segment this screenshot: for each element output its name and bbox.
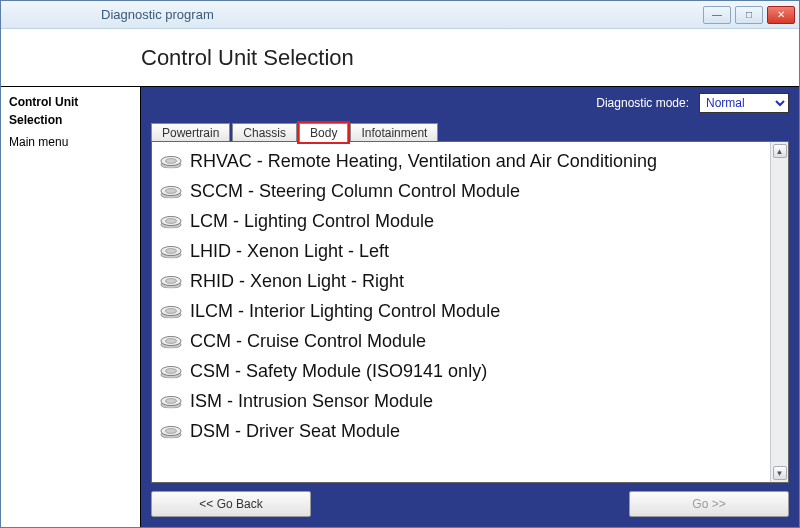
list-item-label: SCCM - Steering Column Control Module <box>190 181 520 202</box>
chip-icon <box>160 153 182 169</box>
list-item-label: DSM - Driver Seat Module <box>190 421 400 442</box>
list-item-label: ILCM - Interior Lighting Control Module <box>190 301 500 322</box>
chip-icon <box>160 423 182 439</box>
go-back-button[interactable]: << Go Back <box>151 491 311 517</box>
list-item[interactable]: SCCM - Steering Column Control Module <box>156 176 766 206</box>
app-window: Diagnostic program — □ ✕ Control Unit Se… <box>0 0 800 528</box>
chip-icon <box>160 303 182 319</box>
maximize-button[interactable]: □ <box>735 6 763 24</box>
scrollbar[interactable]: ▲ ▼ <box>770 142 788 482</box>
main-panel: Diagnostic mode: Normal Powertrain Chass… <box>141 87 799 527</box>
content-wrap: Powertrain Chassis Body Infotainment RHV… <box>141 119 799 483</box>
list-item-label: LCM - Lighting Control Module <box>190 211 434 232</box>
chip-icon <box>160 393 182 409</box>
tab-powertrain[interactable]: Powertrain <box>151 123 230 142</box>
list-item-label: RHVAC - Remote Heating, Ventilation and … <box>190 151 657 172</box>
list-item-label: CSM - Safety Module (ISO9141 only) <box>190 361 487 382</box>
scroll-down-button[interactable]: ▼ <box>773 466 787 480</box>
diagnostic-mode-select[interactable]: Normal <box>699 93 789 113</box>
sidebar: Control Unit Selection Main menu <box>1 87 141 527</box>
chip-icon <box>160 183 182 199</box>
chip-icon <box>160 333 182 349</box>
tab-body[interactable]: Body <box>299 123 348 142</box>
chip-icon <box>160 363 182 379</box>
go-button[interactable]: Go >> <box>629 491 789 517</box>
minimize-button[interactable]: — <box>703 6 731 24</box>
list-item[interactable]: CCM - Cruise Control Module <box>156 326 766 356</box>
list-item-label: LHID - Xenon Light - Left <box>190 241 389 262</box>
titlebar: Diagnostic program — □ ✕ <box>1 1 799 29</box>
bottom-bar: << Go Back Go >> <box>141 483 799 527</box>
list-item-label: CCM - Cruise Control Module <box>190 331 426 352</box>
close-button[interactable]: ✕ <box>767 6 795 24</box>
scroll-up-button[interactable]: ▲ <box>773 144 787 158</box>
list-item-label: ISM - Intrusion Sensor Module <box>190 391 433 412</box>
sidebar-item-main-menu[interactable]: Main menu <box>9 133 132 151</box>
tab-infotainment[interactable]: Infotainment <box>350 123 438 142</box>
diagnostic-mode-row: Diagnostic mode: Normal <box>141 87 799 119</box>
diagnostic-mode-label: Diagnostic mode: <box>596 96 689 110</box>
tabstrip: Powertrain Chassis Body Infotainment <box>151 119 789 141</box>
list-item[interactable]: ISM - Intrusion Sensor Module <box>156 386 766 416</box>
list-item[interactable]: ILCM - Interior Lighting Control Module <box>156 296 766 326</box>
list-item[interactable]: RHID - Xenon Light - Right <box>156 266 766 296</box>
list-item-label: RHID - Xenon Light - Right <box>190 271 404 292</box>
sidebar-item-control-unit-selection[interactable]: Control Unit Selection <box>9 93 132 129</box>
body-row: Control Unit Selection Main menu Diagnos… <box>1 87 799 527</box>
tab-chassis[interactable]: Chassis <box>232 123 297 142</box>
list-item[interactable]: DSM - Driver Seat Module <box>156 416 766 446</box>
module-list: RHVAC - Remote Heating, Ventilation and … <box>152 142 770 482</box>
chip-icon <box>160 273 182 289</box>
window-title: Diagnostic program <box>11 7 703 22</box>
chip-icon <box>160 213 182 229</box>
list-item[interactable]: LHID - Xenon Light - Left <box>156 236 766 266</box>
header-area: Control Unit Selection <box>1 29 799 87</box>
list-item[interactable]: RHVAC - Remote Heating, Ventilation and … <box>156 146 766 176</box>
window-controls: — □ ✕ <box>703 6 795 24</box>
list-item[interactable]: CSM - Safety Module (ISO9141 only) <box>156 356 766 386</box>
page-title: Control Unit Selection <box>141 45 354 71</box>
module-listbox: RHVAC - Remote Heating, Ventilation and … <box>151 141 789 483</box>
chip-icon <box>160 243 182 259</box>
list-item[interactable]: LCM - Lighting Control Module <box>156 206 766 236</box>
